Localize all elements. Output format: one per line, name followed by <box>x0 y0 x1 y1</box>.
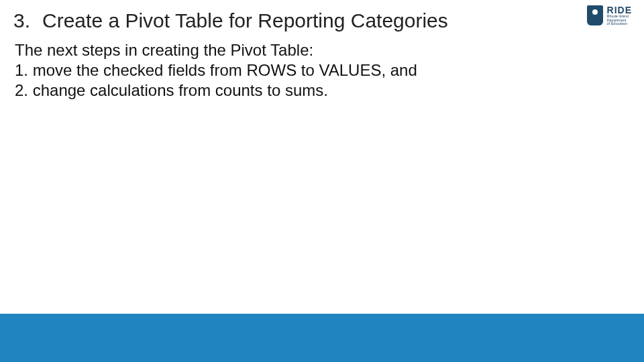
ride-logo-icon <box>587 5 603 25</box>
panes-area: Move the bottom 4 fields FILTERS COLUMNS… <box>0 160 644 307</box>
ride-brand: RIDE <box>607 5 632 15</box>
bottom-bar <box>0 314 644 362</box>
title-number: 3. <box>13 9 30 32</box>
step-1: 1. move the checked fields from ROWS to … <box>15 60 629 80</box>
ride-sub3: of Education <box>607 22 632 26</box>
intro-line: The next steps in creating the Pivot Tab… <box>15 40 629 60</box>
title-text: Create a Pivot Table for Reporting Categ… <box>42 9 448 32</box>
ride-logo: RIDE Rhode Island Department of Educatio… <box>587 5 632 26</box>
ride-logo-text: RIDE Rhode Island Department of Educatio… <box>607 5 632 26</box>
step-2: 2. change calculations from counts to su… <box>15 80 629 101</box>
slide: 3. Create a Pivot Table for Reporting Ca… <box>0 0 644 362</box>
body-text: The next steps in creating the Pivot Tab… <box>0 32 644 101</box>
title-row: 3. Create a Pivot Table for Reporting Ca… <box>0 0 644 32</box>
